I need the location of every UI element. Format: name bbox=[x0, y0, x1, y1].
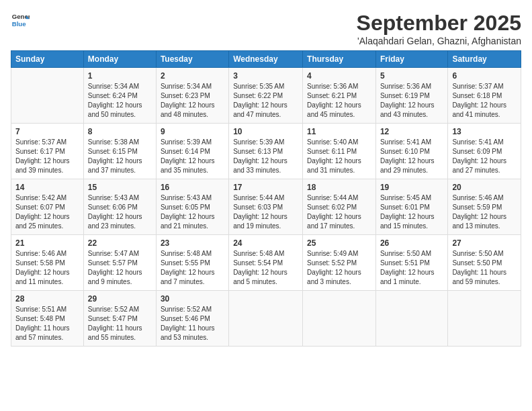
day-number: 19 bbox=[380, 183, 443, 192]
calendar-cell: 16Sunrise: 5:43 AMSunset: 6:05 PMDayligh… bbox=[156, 179, 228, 235]
calendar-cell: 21Sunrise: 5:46 AMSunset: 5:58 PMDayligh… bbox=[11, 235, 84, 291]
cell-text: Sunrise: 5:43 AMSunset: 6:06 PMDaylight:… bbox=[88, 193, 152, 231]
cell-text: Sunrise: 5:36 AMSunset: 6:21 PMDaylight:… bbox=[307, 82, 371, 120]
day-number: 18 bbox=[307, 183, 371, 192]
header-cell-tuesday: Tuesday bbox=[156, 51, 228, 68]
cell-text: Sunrise: 5:38 AMSunset: 6:15 PMDaylight:… bbox=[88, 138, 152, 175]
day-number: 14 bbox=[15, 183, 79, 192]
calendar-cell: 12Sunrise: 5:41 AMSunset: 6:10 PMDayligh… bbox=[375, 124, 447, 179]
day-number: 17 bbox=[233, 183, 298, 192]
calendar-cell bbox=[303, 291, 376, 347]
cell-text: Sunrise: 5:37 AMSunset: 6:18 PMDaylight:… bbox=[452, 82, 517, 120]
cell-text: Sunrise: 5:34 AMSunset: 6:24 PMDaylight:… bbox=[88, 82, 152, 120]
calendar-cell: 10Sunrise: 5:39 AMSunset: 6:13 PMDayligh… bbox=[229, 124, 303, 179]
day-number: 21 bbox=[15, 238, 79, 248]
header-cell-thursday: Thursday bbox=[303, 51, 376, 68]
calendar-cell: 11Sunrise: 5:40 AMSunset: 6:11 PMDayligh… bbox=[303, 124, 376, 179]
calendar-cell: 15Sunrise: 5:43 AMSunset: 6:06 PMDayligh… bbox=[83, 179, 156, 235]
day-number: 7 bbox=[15, 127, 79, 136]
calendar-cell bbox=[448, 291, 521, 347]
cell-text: Sunrise: 5:40 AMSunset: 6:11 PMDaylight:… bbox=[307, 138, 371, 175]
day-number: 12 bbox=[380, 127, 443, 136]
week-row-4: 21Sunrise: 5:46 AMSunset: 5:58 PMDayligh… bbox=[11, 235, 521, 291]
cell-text: Sunrise: 5:45 AMSunset: 6:01 PMDaylight:… bbox=[380, 193, 443, 231]
logo: General Blue bbox=[11, 11, 30, 30]
cell-text: Sunrise: 5:46 AMSunset: 5:58 PMDaylight:… bbox=[15, 249, 79, 287]
calendar-cell: 7Sunrise: 5:37 AMSunset: 6:17 PMDaylight… bbox=[11, 124, 84, 179]
title-block: September 2025 'Alaqahdari Gelan, Ghazni… bbox=[357, 11, 521, 46]
cell-text: Sunrise: 5:48 AMSunset: 5:55 PMDaylight:… bbox=[161, 249, 224, 287]
cell-text: Sunrise: 5:41 AMSunset: 6:10 PMDaylight:… bbox=[380, 138, 443, 175]
cell-text: Sunrise: 5:52 AMSunset: 5:47 PMDaylight:… bbox=[88, 305, 152, 342]
day-number: 24 bbox=[233, 238, 298, 248]
day-number: 27 bbox=[452, 238, 517, 248]
day-number: 25 bbox=[307, 238, 371, 248]
day-number: 30 bbox=[161, 294, 224, 304]
week-row-1: 1Sunrise: 5:34 AMSunset: 6:24 PMDaylight… bbox=[11, 68, 521, 124]
calendar-cell: 2Sunrise: 5:34 AMSunset: 6:23 PMDaylight… bbox=[156, 68, 228, 124]
day-number: 29 bbox=[88, 294, 152, 304]
day-number: 5 bbox=[380, 71, 443, 81]
cell-text: Sunrise: 5:43 AMSunset: 6:05 PMDaylight:… bbox=[161, 193, 224, 231]
calendar-cell: 19Sunrise: 5:45 AMSunset: 6:01 PMDayligh… bbox=[375, 179, 447, 235]
day-number: 6 bbox=[452, 71, 517, 81]
calendar-cell: 30Sunrise: 5:52 AMSunset: 5:46 PMDayligh… bbox=[156, 291, 228, 347]
calendar-cell: 29Sunrise: 5:52 AMSunset: 5:47 PMDayligh… bbox=[83, 291, 156, 347]
calendar-cell: 25Sunrise: 5:49 AMSunset: 5:52 PMDayligh… bbox=[303, 235, 376, 291]
calendar-cell: 20Sunrise: 5:46 AMSunset: 5:59 PMDayligh… bbox=[448, 179, 521, 235]
month-title: September 2025 bbox=[357, 11, 521, 36]
day-number: 16 bbox=[161, 183, 224, 192]
header-cell-monday: Monday bbox=[83, 51, 156, 68]
calendar-cell: 18Sunrise: 5:44 AMSunset: 6:02 PMDayligh… bbox=[303, 179, 376, 235]
calendar-cell: 13Sunrise: 5:41 AMSunset: 6:09 PMDayligh… bbox=[448, 124, 521, 179]
cell-text: Sunrise: 5:35 AMSunset: 6:22 PMDaylight:… bbox=[233, 82, 298, 120]
cell-text: Sunrise: 5:44 AMSunset: 6:02 PMDaylight:… bbox=[307, 193, 371, 231]
day-number: 9 bbox=[161, 127, 224, 136]
day-number: 22 bbox=[88, 238, 152, 248]
week-row-5: 28Sunrise: 5:51 AMSunset: 5:48 PMDayligh… bbox=[11, 291, 521, 347]
calendar-cell: 28Sunrise: 5:51 AMSunset: 5:48 PMDayligh… bbox=[11, 291, 84, 347]
day-number: 10 bbox=[233, 127, 298, 136]
calendar-cell: 27Sunrise: 5:50 AMSunset: 5:50 PMDayligh… bbox=[448, 235, 521, 291]
week-row-2: 7Sunrise: 5:37 AMSunset: 6:17 PMDaylight… bbox=[11, 124, 521, 179]
cell-text: Sunrise: 5:44 AMSunset: 6:03 PMDaylight:… bbox=[233, 193, 298, 231]
header-cell-friday: Friday bbox=[375, 51, 447, 68]
calendar-cell: 22Sunrise: 5:47 AMSunset: 5:57 PMDayligh… bbox=[83, 235, 156, 291]
cell-text: Sunrise: 5:51 AMSunset: 5:48 PMDaylight:… bbox=[15, 305, 79, 342]
calendar-cell: 4Sunrise: 5:36 AMSunset: 6:21 PMDaylight… bbox=[303, 68, 376, 124]
header-cell-saturday: Saturday bbox=[448, 51, 521, 68]
day-number: 20 bbox=[452, 183, 517, 192]
day-number: 28 bbox=[15, 294, 79, 304]
svg-text:Blue: Blue bbox=[12, 20, 26, 28]
header-cell-wednesday: Wednesday bbox=[229, 51, 303, 68]
cell-text: Sunrise: 5:42 AMSunset: 6:07 PMDaylight:… bbox=[15, 193, 79, 231]
header-cell-sunday: Sunday bbox=[11, 51, 84, 68]
logo-icon: General Blue bbox=[11, 11, 30, 30]
calendar-cell: 1Sunrise: 5:34 AMSunset: 6:24 PMDaylight… bbox=[83, 68, 156, 124]
calendar-cell: 9Sunrise: 5:39 AMSunset: 6:14 PMDaylight… bbox=[156, 124, 228, 179]
calendar-cell: 24Sunrise: 5:48 AMSunset: 5:54 PMDayligh… bbox=[229, 235, 303, 291]
calendar-cell: 17Sunrise: 5:44 AMSunset: 6:03 PMDayligh… bbox=[229, 179, 303, 235]
calendar-cell bbox=[11, 68, 84, 124]
calendar-cell: 26Sunrise: 5:50 AMSunset: 5:51 PMDayligh… bbox=[375, 235, 447, 291]
cell-text: Sunrise: 5:47 AMSunset: 5:57 PMDaylight:… bbox=[88, 249, 152, 287]
cell-text: Sunrise: 5:50 AMSunset: 5:50 PMDaylight:… bbox=[452, 249, 517, 287]
calendar-cell: 3Sunrise: 5:35 AMSunset: 6:22 PMDaylight… bbox=[229, 68, 303, 124]
day-number: 23 bbox=[161, 238, 224, 248]
calendar-cell: 23Sunrise: 5:48 AMSunset: 5:55 PMDayligh… bbox=[156, 235, 228, 291]
cell-text: Sunrise: 5:36 AMSunset: 6:19 PMDaylight:… bbox=[380, 82, 443, 120]
calendar-table: SundayMondayTuesdayWednesdayThursdayFrid… bbox=[11, 50, 521, 347]
location-title: 'Alaqahdari Gelan, Ghazni, Afghanistan bbox=[357, 36, 521, 46]
cell-text: Sunrise: 5:34 AMSunset: 6:23 PMDaylight:… bbox=[161, 82, 224, 120]
day-number: 1 bbox=[88, 71, 152, 81]
calendar-cell: 14Sunrise: 5:42 AMSunset: 6:07 PMDayligh… bbox=[11, 179, 84, 235]
cell-text: Sunrise: 5:52 AMSunset: 5:46 PMDaylight:… bbox=[161, 305, 224, 342]
calendar-cell: 8Sunrise: 5:38 AMSunset: 6:15 PMDaylight… bbox=[83, 124, 156, 179]
cell-text: Sunrise: 5:41 AMSunset: 6:09 PMDaylight:… bbox=[452, 138, 517, 175]
calendar-cell bbox=[229, 291, 303, 347]
day-number: 4 bbox=[307, 71, 371, 81]
day-number: 26 bbox=[380, 238, 443, 248]
calendar-cell bbox=[375, 291, 447, 347]
calendar-cell: 5Sunrise: 5:36 AMSunset: 6:19 PMDaylight… bbox=[375, 68, 447, 124]
day-number: 8 bbox=[88, 127, 152, 136]
